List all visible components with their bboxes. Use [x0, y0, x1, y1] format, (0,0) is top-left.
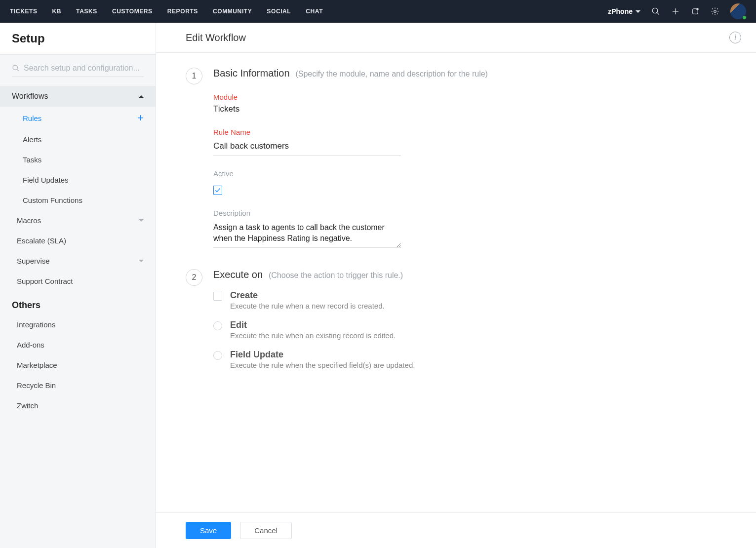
main-header: Edit Workflow i — [156, 23, 756, 53]
nav-chat[interactable]: CHAT — [306, 8, 323, 15]
sidebar-item-label: Field Updates — [23, 176, 69, 184]
chevron-down-icon — [139, 260, 144, 262]
nav-reports[interactable]: REPORTS — [167, 8, 198, 15]
step-number: 2 — [186, 269, 202, 286]
setup-title: Setup — [0, 23, 156, 55]
top-nav-left: TICKETS KB TASKS CUSTOMERS REPORTS COMMU… — [10, 8, 323, 15]
sidebar-item-label: Add-ons — [17, 341, 44, 349]
option-desc: Execute the rule when the specified fiel… — [230, 361, 415, 369]
gear-icon[interactable] — [711, 7, 719, 16]
sidebar-item-tasks[interactable]: Tasks — [0, 150, 156, 170]
search-input-wrap — [12, 64, 144, 77]
avatar[interactable] — [730, 3, 746, 19]
nav-community[interactable]: COMMUNITY — [213, 8, 252, 15]
nav-social[interactable]: SOCIAL — [267, 8, 291, 15]
active-checkbox[interactable] — [213, 186, 222, 195]
cancel-button[interactable]: Cancel — [240, 522, 292, 539]
rulename-label: Rule Name — [213, 128, 726, 136]
module-value: Tickets — [213, 104, 726, 114]
create-checkbox[interactable] — [213, 292, 222, 301]
sidebar-item-label: Alerts — [23, 135, 41, 144]
nav-kb[interactable]: KB — [52, 8, 62, 15]
option-desc: Execute the rule when an existing record… — [230, 331, 396, 340]
sidebar-item-zwitch[interactable]: Zwitch — [0, 395, 156, 416]
option-title: Edit — [230, 320, 396, 330]
description-label: Description — [213, 209, 726, 217]
org-switcher[interactable]: zPhone — [608, 7, 640, 15]
plus-icon[interactable] — [671, 7, 680, 16]
step-hint: (Specify the module, name and descriptio… — [295, 70, 488, 78]
search-input[interactable] — [24, 64, 144, 73]
sidebar-item-alerts[interactable]: Alerts — [0, 129, 156, 150]
svg-line-8 — [17, 69, 19, 71]
check-icon — [214, 187, 221, 194]
sidebar-item-label: Support Contract — [17, 277, 73, 285]
step-number: 1 — [186, 68, 202, 84]
sidebar-item-addons[interactable]: Add-ons — [0, 335, 156, 355]
sidebar-item-label: Macros — [17, 216, 41, 225]
edit-radio[interactable] — [213, 321, 222, 330]
sidebar-item-integrations[interactable]: Integrations — [0, 314, 156, 335]
chevron-down-icon — [139, 219, 144, 222]
sidebar-item-custom-functions[interactable]: Custom Functions — [0, 190, 156, 210]
sidebar-others-heading: Others — [0, 291, 156, 314]
sidebar-item-recycle-bin[interactable]: Recycle Bin — [0, 375, 156, 395]
step-title: Basic Information — [213, 68, 290, 78]
org-name: zPhone — [608, 7, 633, 15]
nav-customers[interactable]: CUSTOMERS — [112, 8, 153, 15]
page-title: Edit Workflow — [171, 32, 246, 43]
rulename-input[interactable] — [213, 139, 401, 156]
sidebar-item-label: Zwitch — [17, 401, 38, 410]
sidebar-item-rules[interactable]: Rules + — [0, 107, 156, 129]
notification-icon[interactable] — [691, 7, 700, 16]
nav-tasks[interactable]: TASKS — [76, 8, 97, 15]
nav-tickets[interactable]: TICKETS — [10, 8, 38, 15]
sidebar-item-label: Integrations — [17, 320, 55, 329]
sidebar-item-label: Escalate (SLA) — [17, 236, 66, 245]
step-title: Execute on — [213, 269, 263, 280]
sidebar-item-marketplace[interactable]: Marketplace — [0, 355, 156, 375]
sidebar-item-support-contract[interactable]: Support Contract — [0, 271, 156, 291]
svg-point-7 — [13, 65, 17, 70]
svg-line-1 — [657, 12, 659, 15]
option-desc: Execute the rule when a new record is cr… — [230, 302, 385, 310]
field-update-radio[interactable] — [213, 351, 222, 360]
sidebar-item-label: Recycle Bin — [17, 381, 56, 390]
top-nav: TICKETS KB TASKS CUSTOMERS REPORTS COMMU… — [0, 0, 756, 23]
sidebar-item-macros[interactable]: Macros — [0, 210, 156, 231]
step-hint: (Choose the action to trigger this rule.… — [269, 271, 403, 279]
sidebar-item-field-updates[interactable]: Field Updates — [0, 170, 156, 190]
main: Edit Workflow i 1 Basic Information (Spe… — [156, 23, 756, 548]
svg-point-5 — [696, 8, 699, 10]
description-textarea[interactable] — [213, 220, 401, 248]
chevron-up-icon — [139, 95, 144, 98]
sidebar-item-supervise[interactable]: Supervise — [0, 251, 156, 271]
option-field-update: Field Update Execute the rule when the s… — [213, 350, 726, 369]
option-create: Create Execute the rule when a new recor… — [213, 290, 726, 310]
active-label: Active — [213, 169, 726, 178]
save-button[interactable]: Save — [186, 522, 231, 539]
sidebar-group-label: Workflows — [12, 92, 48, 101]
presence-dot — [742, 15, 747, 20]
search-icon[interactable] — [651, 7, 660, 16]
add-rule-icon[interactable]: + — [137, 113, 144, 123]
sidebar-item-label: Supervise — [17, 257, 50, 265]
search-icon — [12, 64, 20, 72]
sidebar-item-escalate[interactable]: Escalate (SLA) — [0, 231, 156, 251]
svg-point-0 — [652, 8, 658, 13]
step-basic-info: 1 Basic Information (Specify the module,… — [186, 68, 726, 249]
sidebar-item-label: Marketplace — [17, 361, 57, 369]
option-edit: Edit Execute the rule when an existing r… — [213, 320, 726, 340]
chevron-down-icon — [636, 10, 640, 13]
sidebar-item-label: Tasks — [23, 156, 41, 164]
main-footer: Save Cancel — [156, 512, 756, 548]
module-label: Module — [213, 93, 726, 101]
sidebar-item-label: Rules — [23, 114, 41, 122]
sidebar: Setup Workflows Rules + Alerts Tasks Fie… — [0, 23, 156, 548]
option-title: Create — [230, 290, 385, 301]
info-icon[interactable]: i — [729, 32, 741, 43]
step-execute-on: 2 Execute on (Choose the action to trigg… — [186, 269, 726, 369]
svg-point-6 — [714, 10, 716, 13]
option-title: Field Update — [230, 350, 415, 360]
sidebar-group-workflows[interactable]: Workflows — [0, 86, 156, 107]
